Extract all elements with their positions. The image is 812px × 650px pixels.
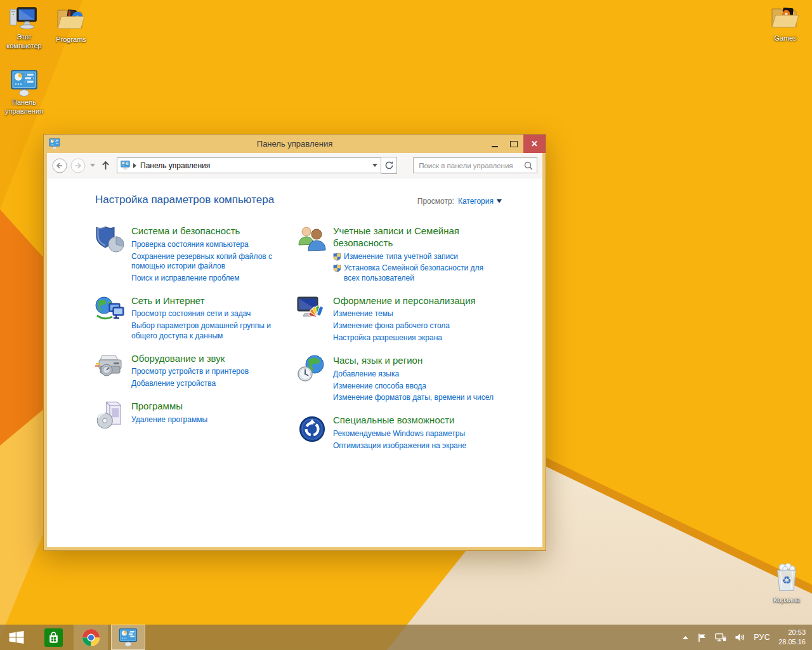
address-bar[interactable]: Панель управления: [117, 157, 381, 173]
address-dropdown-icon[interactable]: [372, 164, 377, 167]
category-link[interactable]: Просмотр устройств и принтеров: [131, 367, 249, 376]
desktop-icon-games[interactable]: Games: [761, 5, 809, 43]
recent-pages-caret-icon[interactable]: [90, 164, 95, 167]
search-input[interactable]: [417, 161, 524, 170]
category-body: Оформление и персонализацияИзменение тем…: [333, 295, 476, 345]
personalization-category-icon: [297, 295, 327, 325]
taskbar: РУС 20:53 28.05.16: [0, 625, 812, 650]
up-button[interactable]: [100, 159, 112, 171]
category-title[interactable]: Учетные записи и Семейная безопасность: [333, 225, 493, 249]
folder-programs-icon: [47, 6, 95, 32]
window-titlebar[interactable]: Панель управления ✕: [44, 135, 546, 153]
windows-logo-icon: [8, 629, 25, 646]
ease-category-icon: [297, 414, 327, 444]
category-link[interactable]: Добавление языка: [333, 369, 494, 379]
category-title[interactable]: Оформление и персонализация: [333, 295, 476, 307]
category-title[interactable]: Программы: [131, 401, 207, 413]
taskbar-buttons: [33, 625, 145, 650]
category-link[interactable]: Изменение форматов даты, времени и чисел: [333, 393, 494, 402]
maximize-button[interactable]: [504, 135, 523, 153]
close-icon: ✕: [531, 139, 538, 149]
category-body: Часы, язык и регионДобавление языкаИзмен…: [333, 354, 494, 405]
language-indicator[interactable]: РУС: [754, 633, 770, 642]
category-body: Специальные возможностиРекомендуемые Win…: [333, 414, 466, 453]
control-panel-icon: [0, 70, 48, 96]
category-link[interactable]: Поиск и исправление проблем: [131, 274, 281, 283]
taskbar-button-chrome[interactable]: [74, 625, 108, 650]
close-button[interactable]: ✕: [523, 135, 546, 153]
category-network: Сеть и ИнтернетПросмотр состояния сети и…: [95, 295, 297, 343]
desktop-icon-this-pc[interactable]: Этот компьютер: [0, 6, 48, 51]
control-panel-content: Настройка параметров компьютера Просмотр…: [47, 178, 542, 547]
desktop-icon-label: Этот компьютер: [0, 32, 48, 51]
category-columns: Система и безопасностьПроверка состояния…: [95, 225, 542, 462]
computer-icon: [0, 6, 48, 31]
desktop-icon-programs[interactable]: Programs: [47, 6, 95, 44]
system-tray: РУС 20:53 28.05.16: [682, 625, 812, 650]
volume-icon: [735, 633, 745, 642]
category-programs: ПрограммыУдаление программы: [95, 400, 297, 430]
uac-shield-icon: [333, 253, 341, 261]
category-column-left: Система и безопасностьПроверка состояния…: [95, 225, 297, 462]
volume-button[interactable]: [735, 633, 745, 642]
category-link[interactable]: Изменение темы: [333, 309, 476, 319]
store-icon: [44, 628, 63, 647]
minimize-button[interactable]: [485, 135, 504, 153]
taskbar-button-control-panel[interactable]: [111, 625, 145, 650]
chrome-icon: [82, 628, 100, 647]
show-hidden-icons-button[interactable]: [682, 635, 689, 640]
folder-games-icon: [761, 5, 809, 30]
action-center-button[interactable]: [697, 633, 707, 642]
category-users: Учетные записи и Семейная безопасность И…: [297, 225, 519, 286]
desktop-icon-recycle-bin[interactable]: ♻ Корзина: [763, 562, 811, 605]
category-link[interactable]: Изменение фона рабочего стола: [333, 321, 476, 331]
navigation-toolbar: Панель управления: [47, 153, 542, 178]
category-link[interactable]: Изменение типа учетной записи: [333, 252, 493, 262]
view-label: Просмотр:: [417, 197, 454, 206]
category-link[interactable]: Рекомендуемые Windows параметры: [333, 429, 466, 439]
category-title[interactable]: Специальные возможности: [333, 415, 466, 427]
category-link[interactable]: Просмотр состояния сети и задач: [131, 309, 281, 319]
category-column-right: Учетные записи и Семейная безопасность И…: [297, 225, 519, 462]
desktop-icon-label: Games: [774, 34, 796, 43]
network-status-button[interactable]: [715, 633, 726, 642]
category-link[interactable]: Выбор параметров домашней группы и общег…: [131, 321, 281, 341]
category-link[interactable]: Настройка разрешения экрана: [333, 333, 476, 343]
hardware-category-icon: [95, 352, 126, 383]
breadcrumb[interactable]: Панель управления: [140, 161, 210, 170]
category-link[interactable]: Установка Семейной безопасности для всех…: [333, 263, 493, 283]
forward-button[interactable]: [70, 158, 86, 173]
action-center-flag-icon: [697, 633, 707, 642]
refresh-icon: [384, 161, 394, 170]
uac-shield-icon: [333, 264, 341, 272]
category-link[interactable]: Оптимизация изображения на экране: [333, 441, 466, 451]
refresh-button[interactable]: [381, 157, 397, 174]
category-link[interactable]: Проверка состояния компьютера: [131, 240, 281, 249]
category-title[interactable]: Часы, язык и регион: [333, 355, 493, 367]
back-button[interactable]: [52, 158, 67, 173]
clock-time: 20:53: [778, 628, 806, 637]
category-body: Система и безопасностьПроверка состояния…: [131, 225, 281, 286]
category-link[interactable]: Изменение способа ввода: [333, 381, 494, 391]
security-category-icon: [95, 225, 126, 255]
clock[interactable]: 20:53 28.05.16: [778, 628, 806, 647]
category-title[interactable]: Система и безопасность: [131, 225, 281, 237]
category-link[interactable]: Удаление программы: [131, 415, 207, 425]
category-title[interactable]: Сеть и Интернет: [131, 295, 281, 307]
network-icon: [715, 633, 726, 642]
network-category-icon: [95, 295, 126, 325]
category-link[interactable]: Добавление устройства: [131, 379, 249, 388]
start-button[interactable]: [0, 625, 33, 650]
view-by-caret-icon: [497, 199, 502, 203]
view-by-dropdown[interactable]: Категория: [458, 197, 502, 206]
category-body: Учетные записи и Семейная безопасность И…: [333, 225, 493, 286]
desktop-icon-control-panel[interactable]: Панель управления: [0, 70, 48, 116]
desktop-icon-label: Programs: [56, 35, 86, 44]
category-hardware: Оборудование и звукПросмотр устройств и …: [95, 352, 297, 391]
view-control: Просмотр: Категория: [417, 197, 502, 206]
category-title[interactable]: Оборудование и звук: [131, 353, 249, 365]
search-box[interactable]: [413, 157, 537, 173]
taskbar-button-store[interactable]: [36, 625, 70, 650]
category-link[interactable]: Сохранение резервных копий файлов с помо…: [131, 252, 281, 272]
window-title: Панель управления: [44, 139, 546, 149]
